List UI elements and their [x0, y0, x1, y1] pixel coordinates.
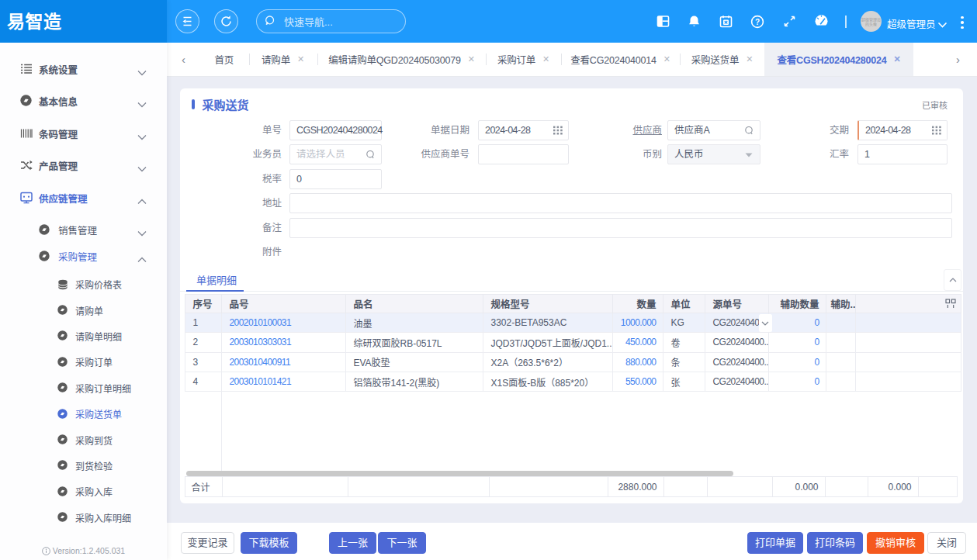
svg-text:?: ? — [755, 18, 760, 26]
